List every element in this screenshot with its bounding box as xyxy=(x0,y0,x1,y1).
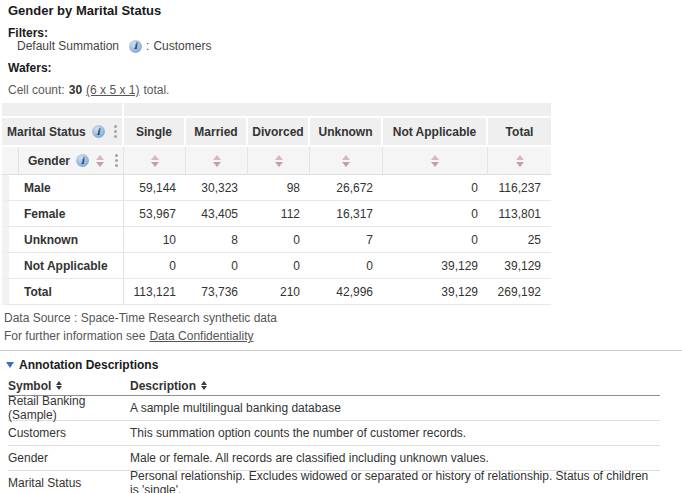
data-cell: 73,736 xyxy=(186,279,248,305)
wafers-label: Wafers: xyxy=(8,61,52,75)
data-cell: 53,967 xyxy=(124,201,186,227)
sort-cell-married xyxy=(186,147,248,175)
row-label: Female xyxy=(2,201,124,227)
data-cell: 98 xyxy=(248,175,310,201)
cell-count-value: 30 xyxy=(69,83,82,97)
data-cell: 0 xyxy=(383,175,488,201)
column-variable-label: Marital Status xyxy=(7,125,86,139)
sort-cell-not-applicable xyxy=(383,147,488,175)
sort-cell-single xyxy=(124,147,186,175)
data-cell: 210 xyxy=(248,279,310,305)
data-cell: 0 xyxy=(186,253,248,279)
annotation-description: Male or female. All records are classifi… xyxy=(130,451,660,465)
data-source-text: Data Source : Space-Time Research synthe… xyxy=(4,311,277,325)
row-header-indent xyxy=(2,147,19,174)
further-info-line: For further information see Data Confide… xyxy=(4,329,253,343)
annotation-row: Retail Banking (Sample) A sample multili… xyxy=(8,396,660,421)
sort-icon[interactable] xyxy=(56,381,62,390)
data-cell: 113,801 xyxy=(488,201,551,227)
annotation-row: Gender Male or female. All records are c… xyxy=(8,446,660,471)
annotation-descriptions-toggle[interactable]: Annotation Descriptions xyxy=(6,358,158,372)
row-label: Male xyxy=(2,175,124,201)
column-header-total: Total xyxy=(488,118,551,147)
data-cell: 25 xyxy=(488,227,551,253)
crosstab-table: Marital Status i Single Married Divorced… xyxy=(2,103,551,305)
data-cell: 39,129 xyxy=(383,279,488,305)
cell-count-line: Cell count: 30 (6 x 5 x 1) total. xyxy=(8,83,169,97)
filter-separator: : xyxy=(146,39,149,53)
annotation-description: A sample multilingual banking database xyxy=(130,401,660,415)
cell-dimensions-link[interactable]: (6 x 5 x 1) xyxy=(86,83,139,97)
data-cell: 0 xyxy=(383,201,488,227)
page-title: Gender by Marital Status xyxy=(8,3,161,18)
data-cell: 0 xyxy=(124,253,186,279)
data-cell: 26,672 xyxy=(310,175,383,201)
data-cell: 7 xyxy=(310,227,383,253)
data-cell: 0 xyxy=(383,227,488,253)
sort-cell-total xyxy=(488,147,551,175)
kebab-menu-icon[interactable] xyxy=(114,125,117,138)
info-icon[interactable]: i xyxy=(92,125,105,138)
row-label: Unknown xyxy=(2,227,124,253)
column-header-married: Married xyxy=(186,118,248,147)
data-cell: 42,996 xyxy=(310,279,383,305)
column-header-not-applicable: Not Applicable xyxy=(383,118,488,147)
filter-value: Customers xyxy=(153,39,211,53)
data-cell: 59,144 xyxy=(124,175,186,201)
sort-icon[interactable] xyxy=(431,155,439,167)
sort-icon[interactable] xyxy=(516,155,524,167)
further-info-prefix: For further information see xyxy=(4,329,145,343)
column-header-divorced: Divorced xyxy=(248,118,310,147)
data-cell: 39,129 xyxy=(383,253,488,279)
data-confidentiality-link[interactable]: Data Confidentiality xyxy=(149,329,253,343)
symbol-column-header[interactable]: Symbol xyxy=(8,379,51,393)
annotation-row: Customers This summation option counts t… xyxy=(8,421,660,446)
sort-icon[interactable] xyxy=(96,155,104,167)
data-cell: 269,192 xyxy=(488,279,551,305)
info-icon[interactable]: i xyxy=(129,40,142,53)
info-icon[interactable]: i xyxy=(76,154,89,167)
annotation-section-title: Annotation Descriptions xyxy=(19,358,158,372)
data-cell: 30,323 xyxy=(186,175,248,201)
annotation-description: This summation option counts the number … xyxy=(130,426,660,440)
sort-icon[interactable] xyxy=(151,155,159,167)
column-variable-header: Marital Status i xyxy=(2,118,124,147)
kebab-menu-icon[interactable] xyxy=(115,154,118,167)
annotation-symbol: Customers xyxy=(8,426,130,440)
data-cell: 113,121 xyxy=(124,279,186,305)
data-cell: 16,317 xyxy=(310,201,383,227)
data-cell: 43,405 xyxy=(186,201,248,227)
filter-name: Default Summation xyxy=(17,39,119,53)
filters-label: Filters: xyxy=(8,26,48,40)
filter-row: Default Summation i : Customers xyxy=(17,39,211,53)
data-cell: 10 xyxy=(124,227,186,253)
cell-count-label: Cell count: xyxy=(8,83,65,97)
annotation-table: Symbol Description Retail Banking (Sampl… xyxy=(0,376,660,493)
sort-icon[interactable] xyxy=(275,155,283,167)
sort-cell-divorced xyxy=(248,147,310,175)
report-page: Gender by Marital Status Filters: Defaul… xyxy=(0,0,682,493)
cell-count-suffix: total. xyxy=(143,83,169,97)
data-cell: 116,237 xyxy=(488,175,551,201)
sort-cell-unknown xyxy=(310,147,383,175)
annotation-header-row: Symbol Description xyxy=(8,376,660,396)
row-variable-label: Gender xyxy=(28,154,70,168)
sort-icon[interactable] xyxy=(201,381,207,390)
annotation-row: Marital Status Personal relationship. Ex… xyxy=(8,471,660,493)
table-top-strip-left xyxy=(2,103,124,118)
data-cell: 0 xyxy=(248,227,310,253)
row-label-total: Total xyxy=(2,279,124,305)
annotation-symbol: Marital Status xyxy=(8,476,130,490)
description-column-header[interactable]: Description xyxy=(130,379,196,393)
row-variable-header: Gender i xyxy=(2,147,124,175)
sort-icon[interactable] xyxy=(213,155,221,167)
sort-icon[interactable] xyxy=(342,155,350,167)
annotation-symbol: Retail Banking (Sample) xyxy=(8,394,130,422)
data-cell: 8 xyxy=(186,227,248,253)
divider xyxy=(0,350,682,351)
data-cell: 39,129 xyxy=(488,253,551,279)
row-label: Not Applicable xyxy=(2,253,124,279)
data-cell: 0 xyxy=(310,253,383,279)
annotation-description: Personal relationship. Excludes widowed … xyxy=(130,469,660,493)
column-header-single: Single xyxy=(124,118,186,147)
